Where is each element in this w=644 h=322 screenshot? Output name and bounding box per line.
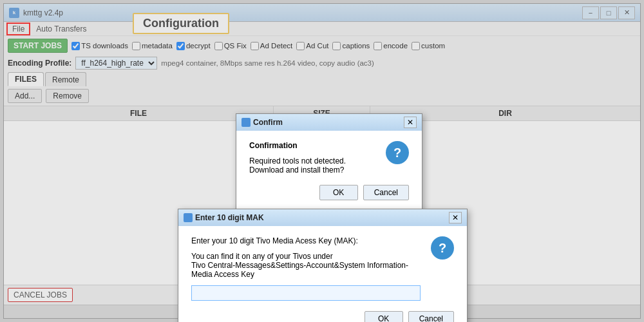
confirm-dialog-content: Confirmation Required tools not detected…: [249, 141, 409, 175]
mak-dialog-close-button[interactable]: ✕: [449, 212, 462, 223]
confirm-ok-button[interactable]: OK: [319, 185, 358, 200]
mak-question-icon: ?: [431, 236, 454, 260]
confirm-question-icon: ?: [386, 141, 409, 164]
mak-dialog-titlebar: Enter 10 digit MAK ✕: [178, 209, 467, 226]
confirm-dialog: Confirm ✕ Confirmation Required tools no…: [236, 113, 422, 211]
mak-dialog: Enter 10 digit MAK ✕ Enter your 10 digit…: [178, 209, 468, 322]
mak-dialog-content: Enter your 10 digit Tivo Media Acess Key…: [191, 236, 454, 301]
mak-dialog-icon: [184, 213, 193, 222]
confirm-dialog-close-button[interactable]: ✕: [404, 117, 417, 128]
confirm-dialog-icon: [242, 118, 251, 127]
mak-ok-button[interactable]: OK: [365, 311, 403, 322]
mak-dialog-line1: Enter your 10 digit Tivo Media Acess Key…: [191, 236, 421, 245]
confirm-cancel-button[interactable]: Cancel: [363, 185, 409, 200]
confirm-dialog-title: Confirm: [253, 118, 283, 127]
mak-dialog-title: Enter 10 digit MAK: [195, 213, 264, 222]
confirm-dialog-body: Confirmation Required tools not detected…: [236, 131, 422, 211]
confirm-dialog-buttons: OK Cancel: [249, 185, 409, 200]
mak-dialog-line3: Tivo Central-Messages&Settings-Account&S…: [191, 261, 421, 279]
confirm-dialog-message: Required tools not detected. Download an…: [249, 156, 375, 175]
mak-dialog-body: Enter your 10 digit Tivo Media Acess Key…: [178, 226, 467, 322]
confirm-dialog-titlebar: Confirm ✕: [236, 114, 422, 131]
main-window: Configuration k kmttg v2.4p − □ ✕ File A…: [3, 3, 641, 319]
confirm-dialog-heading: Confirmation: [249, 141, 375, 150]
mak-cancel-button[interactable]: Cancel: [408, 311, 454, 322]
mak-dialog-line2: You can find it on any of your Tivos und…: [191, 252, 421, 261]
mak-input-field[interactable]: [191, 285, 421, 301]
mak-dialog-buttons: OK Cancel: [191, 311, 454, 322]
